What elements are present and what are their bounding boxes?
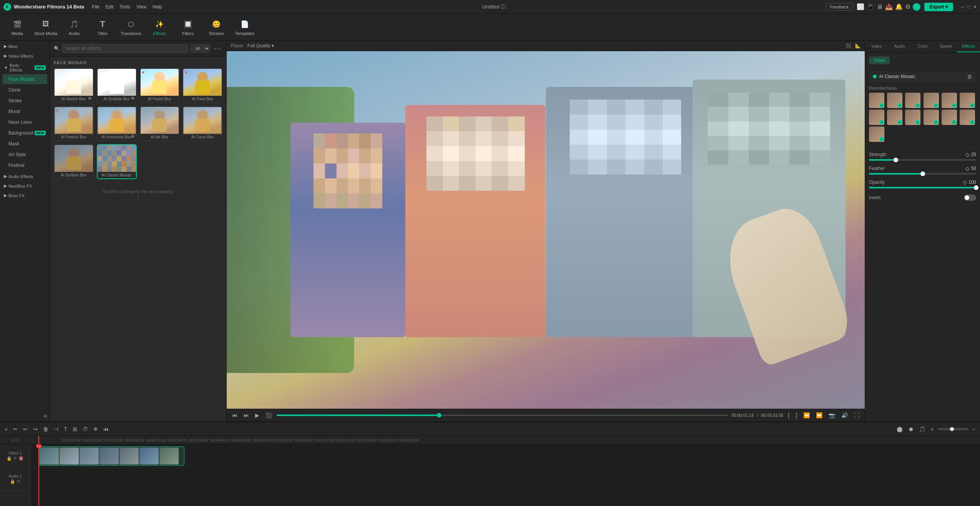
tl-marker-button[interactable]: ⬤ (895, 425, 904, 433)
panel-item-mask[interactable]: Mask (2, 139, 47, 149)
effect-scribble-blur[interactable]: ⊕ AI Scribble Blur (97, 68, 137, 103)
tl-speed-button[interactable]: ⏱ (81, 425, 90, 433)
toolbar-titles[interactable]: T Titles (89, 16, 116, 39)
export-button[interactable]: Export ▾ (924, 3, 953, 11)
topbar-icon-3[interactable]: 🖥 (877, 3, 883, 10)
tl-zoom-in-button[interactable]: + (929, 425, 935, 433)
opacity-slider[interactable] (869, 187, 976, 188)
quality-button[interactable]: Full Quality ▾ (247, 43, 274, 48)
track-video1-mute[interactable]: 🔇 (18, 456, 24, 461)
panel-item-clone[interactable]: Clone (2, 85, 47, 95)
tl-delete-button[interactable]: 🗑 (41, 425, 50, 433)
face-thumb-7[interactable]: ✓ (869, 110, 884, 125)
toolbar-media[interactable]: 🎬 Media (4, 16, 31, 39)
track-audio1-eye[interactable]: 👁 (17, 479, 21, 484)
toolbar-templates[interactable]: 📄 Templates (231, 16, 258, 39)
strength-keyframe-icon[interactable]: ◇ (965, 151, 970, 158)
toolbar-stock-media[interactable]: 🖼 Stock Media (32, 16, 59, 39)
face-thumb-1[interactable]: ✓ (869, 93, 884, 108)
tl-redo-button[interactable]: ↪ (32, 425, 39, 433)
effect-horizontal-blur[interactable]: ⊕ AI Horizontal Blur (97, 106, 137, 141)
maximize-button[interactable]: □ (967, 4, 970, 10)
tl-freeze-button[interactable]: ❄ (92, 425, 99, 433)
invert-toggle[interactable] (964, 195, 976, 201)
panel-item-festival[interactable]: Festival (2, 160, 47, 170)
toolbar-audio[interactable]: 🎵 Audio (61, 16, 88, 39)
section-audio-effects[interactable]: ▶ Audio Effects (0, 171, 50, 180)
delete-effect-button[interactable]: 🗑 (967, 73, 972, 80)
tl-split2-button[interactable]: ⊣ (52, 425, 60, 433)
tab-speed[interactable]: Speed (934, 41, 957, 52)
effects-filter-dropdown[interactable]: All (191, 44, 210, 53)
tl-undo-button[interactable]: ↩ (22, 425, 29, 433)
topbar-icon-4[interactable]: 📤 (885, 3, 893, 10)
topbar-avatar[interactable] (913, 3, 920, 11)
tab-video[interactable]: Video (865, 41, 888, 52)
toolbar-filters[interactable]: 🔲 Filters (174, 16, 201, 39)
tl-split-button[interactable]: ✂ (12, 425, 19, 433)
preview-icon-2[interactable]: 📐 (855, 43, 861, 48)
tl-zoom-out-button[interactable]: − (971, 425, 977, 433)
face-thumb-12[interactable]: ✓ (960, 110, 975, 125)
progress-bar[interactable] (277, 414, 728, 416)
section-boris-fx[interactable]: ▶ Boris FX (0, 190, 50, 200)
menu-view[interactable]: View (136, 4, 146, 10)
feather-slider[interactable] (869, 173, 976, 175)
effect-cross-blur[interactable]: AI Cross Blur (182, 106, 222, 141)
effect-classic-mosaic[interactable]: AI Classic Mosaic (97, 144, 137, 179)
effect-pastel-blur[interactable]: ♥ AI Pastel Blur (140, 68, 180, 103)
next-frame-button[interactable]: ⏩ (814, 411, 824, 419)
tl-crop-button[interactable]: ⊞ (71, 425, 79, 433)
toolbar-stickers[interactable]: 😊 Stickers (203, 16, 230, 39)
tab-audio[interactable]: Audio (888, 41, 911, 52)
tl-reverse-button[interactable]: ⏮ (102, 425, 110, 433)
effect-surface-blur[interactable]: ♥ AI Surface Blur (54, 144, 94, 179)
menu-help[interactable]: Help (153, 4, 162, 10)
effect-sketch-blur[interactable]: ⊕ AI Sketch Blur (54, 68, 94, 103)
panel-item-face-mosaic[interactable]: Face Mosaic (2, 74, 47, 84)
toolbar-transitions[interactable]: ⬡ Transitions (118, 16, 144, 39)
effects-more-button[interactable]: ⋯ (212, 44, 222, 53)
toolbar-effects[interactable]: ✨ Effects (146, 16, 173, 39)
close-button[interactable]: ✕ (973, 4, 977, 10)
fullscreen-button[interactable]: ⛶ (852, 411, 861, 419)
track-audio1-lock[interactable]: 🔒 (10, 479, 15, 484)
strength-slider[interactable] (869, 159, 976, 161)
topbar-icon-1[interactable]: ⬜ (857, 3, 864, 10)
topbar-icon-2[interactable]: 📱 (867, 3, 874, 10)
feedback-button[interactable]: Feedback (826, 3, 853, 11)
panel-item-stroke[interactable]: Stroke (2, 96, 47, 106)
opacity-keyframe-icon[interactable]: ◇ (963, 179, 967, 185)
topbar-icon-6[interactable]: ⚙ (905, 3, 910, 10)
topbar-icon-5[interactable]: 🔔 (895, 3, 903, 10)
step-back-button[interactable]: ⏭ (242, 411, 250, 419)
face-thumb-5[interactable]: ✓ (942, 93, 957, 108)
mark-in-button[interactable]: [ (786, 411, 791, 419)
face-thumb-4[interactable]: ✓ (924, 93, 939, 108)
preview-icon-1[interactable]: ⬛ (846, 43, 851, 48)
effects-search-input[interactable] (62, 44, 188, 53)
mark-out-button[interactable]: ] (794, 411, 799, 419)
track-video1-eye[interactable]: 👁 (13, 456, 17, 461)
feather-keyframe-icon[interactable]: ◇ (965, 165, 970, 171)
menu-file[interactable]: File (92, 4, 99, 10)
tl-record-button[interactable]: ⏺ (907, 425, 915, 433)
prev-frame-button[interactable]: ⏪ (802, 411, 811, 419)
face-thumb-3[interactable]: ✓ (905, 93, 920, 108)
video-sub-tab[interactable]: Video (869, 57, 890, 64)
snapshot-button[interactable]: 📷 (827, 411, 837, 419)
section-mine[interactable]: ▶ Mine (0, 41, 50, 50)
menu-edit[interactable]: Edit (106, 4, 114, 10)
track-video1-lock[interactable]: 🔒 (7, 456, 12, 461)
play-button[interactable]: ▶ (254, 411, 261, 419)
tl-audio-button[interactable]: 🎵 (917, 425, 927, 433)
menu-tools[interactable]: Tools (119, 4, 130, 10)
face-thumb-11[interactable]: ✓ (942, 110, 957, 125)
panel-item-mood[interactable]: Mood (2, 107, 47, 117)
panel-collapse-button[interactable]: ◀ (42, 413, 47, 418)
panel-item-art-style[interactable]: Art Style (2, 150, 47, 160)
panel-item-neon-lines[interactable]: Neon Lines (2, 117, 47, 127)
video-clip-1[interactable] (38, 446, 184, 466)
tl-add-track-button[interactable]: + (3, 425, 9, 433)
playhead[interactable] (38, 444, 39, 506)
